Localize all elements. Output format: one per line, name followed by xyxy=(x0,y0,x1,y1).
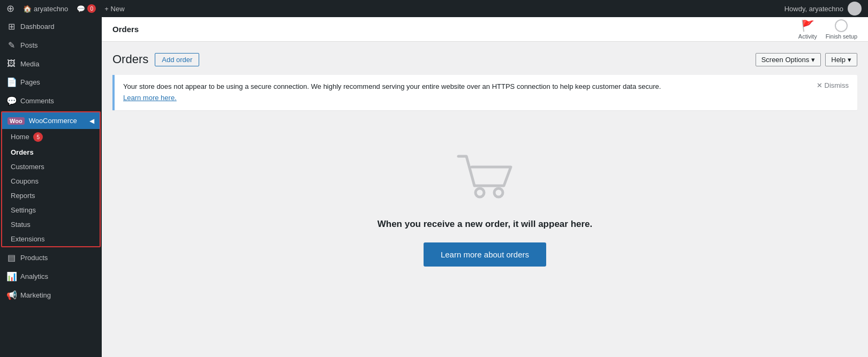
sidebar-item-label: Dashboard xyxy=(20,22,55,31)
sidebar-item-label: Media xyxy=(20,60,39,68)
home-icon: 🏠 xyxy=(23,5,32,13)
comments-sidebar-icon: 💬 xyxy=(6,96,16,106)
admin-bar: ⊕ 🏠 aryatechno 💬 0 + New Howdy, aryatech… xyxy=(0,0,868,17)
orders-label: Orders xyxy=(11,148,34,156)
finish-setup-icon xyxy=(835,19,848,32)
sidebar-item-products[interactable]: ▤ Products xyxy=(0,248,102,267)
dashboard-icon: ⊞ xyxy=(6,21,16,32)
customers-label: Customers xyxy=(11,163,44,171)
secondary-bar: Orders 🚩 Activity Finish setup xyxy=(102,17,868,42)
comments-link[interactable]: 💬 0 xyxy=(77,4,96,13)
main-content: Orders 🚩 Activity Finish setup Orders Ad… xyxy=(102,17,868,357)
woo-submenu-item-status[interactable]: Status xyxy=(2,217,100,232)
pages-icon: 📄 xyxy=(6,77,16,87)
woo-submenu-item-settings[interactable]: Settings xyxy=(2,203,100,217)
notice-text: Your store does not appear to be using a… xyxy=(123,81,661,104)
page-title: Orders xyxy=(112,52,148,66)
woocommerce-header[interactable]: Woo WooCommerce ◀ xyxy=(2,112,100,129)
woo-submenu-item-extensions[interactable]: Extensions xyxy=(2,232,100,246)
sidebar-item-marketing[interactable]: 📢 Marketing xyxy=(0,286,102,305)
learn-more-orders-button[interactable]: Learn more about orders xyxy=(424,242,546,267)
site-name-link[interactable]: 🏠 aryatechno xyxy=(23,5,68,13)
woo-logo: Woo xyxy=(7,117,25,125)
security-notice: Your store does not appear to be using a… xyxy=(112,75,857,110)
home-label: Home xyxy=(11,133,29,141)
sidebar-item-label: Pages xyxy=(20,78,40,86)
sidebar-item-label: Comments xyxy=(20,97,54,105)
chevron-down-icon: ▾ xyxy=(811,56,815,64)
page-area: Orders Add order Screen Options ▾ Help ▾ xyxy=(102,42,868,357)
help-label: Help xyxy=(831,56,846,64)
sidebar-item-analytics[interactable]: 📊 Analytics xyxy=(0,267,102,286)
home-badge: 5 xyxy=(33,132,43,142)
sidebar-item-label: Marketing xyxy=(20,291,51,299)
activity-icon: 🚩 xyxy=(801,19,814,32)
empty-state: When you receive a new order, it will ap… xyxy=(112,119,857,299)
settings-label: Settings xyxy=(11,206,36,214)
finish-setup-button[interactable]: Finish setup xyxy=(826,19,857,40)
sidebar-item-pages[interactable]: 📄 Pages xyxy=(0,73,102,92)
analytics-icon: 📊 xyxy=(6,271,16,282)
help-chevron-icon: ▾ xyxy=(848,56,851,64)
coupons-label: Coupons xyxy=(11,177,39,185)
chevron-left-icon: ◀ xyxy=(89,117,94,125)
new-content-link[interactable]: + New xyxy=(104,5,124,13)
add-order-button[interactable]: Add order xyxy=(155,53,199,66)
marketing-icon: 📢 xyxy=(6,290,16,300)
secondary-bar-title: Orders xyxy=(112,25,139,34)
woo-submenu-item-coupons[interactable]: Coupons xyxy=(2,174,100,188)
woocommerce-label: WooCommerce xyxy=(29,117,77,125)
finish-setup-label: Finish setup xyxy=(826,33,857,40)
avatar xyxy=(848,2,862,16)
empty-state-message: When you receive a new order, it will ap… xyxy=(378,219,593,230)
cart-icon-container xyxy=(453,151,517,206)
svg-point-0 xyxy=(475,188,484,197)
sidebar: ⊞ Dashboard ✎ Posts 🖼 Media 📄 Pages 💬 Co… xyxy=(0,17,102,357)
sidebar-item-label: Products xyxy=(20,254,48,262)
woo-submenu-item-orders[interactable]: Orders xyxy=(2,145,100,159)
new-label: + New xyxy=(104,5,124,13)
help-button[interactable]: Help ▾ xyxy=(825,53,857,66)
dismiss-button[interactable]: ✕ Dismiss xyxy=(817,81,849,89)
sidebar-item-label: Analytics xyxy=(20,272,48,280)
woocommerce-submenu: Home 5 Orders Customers Coupons Reports … xyxy=(2,129,100,246)
close-icon: ✕ xyxy=(817,81,822,89)
status-label: Status xyxy=(11,221,31,229)
svg-point-1 xyxy=(494,188,503,197)
shopping-cart-icon xyxy=(453,151,517,204)
sidebar-item-label: Posts xyxy=(20,41,38,49)
notice-learn-more-link[interactable]: Learn more here. xyxy=(123,94,177,102)
sidebar-item-media[interactable]: 🖼 Media xyxy=(0,55,102,73)
sidebar-item-comments[interactable]: 💬 Comments xyxy=(0,92,102,110)
activity-label: Activity xyxy=(798,33,817,40)
extensions-label: Extensions xyxy=(11,235,45,243)
woo-submenu-item-customers[interactable]: Customers xyxy=(2,159,100,174)
howdy-text: Howdy, aryatechno xyxy=(784,5,843,13)
page-header: Orders Add order Screen Options ▾ Help ▾ xyxy=(112,52,857,66)
wordpress-logo-icon: ⊕ xyxy=(6,3,14,14)
dismiss-label: Dismiss xyxy=(825,81,849,89)
media-icon: 🖼 xyxy=(6,59,16,69)
notice-message: Your store does not appear to be using a… xyxy=(123,82,661,90)
woo-submenu-item-home[interactable]: Home 5 xyxy=(2,129,100,145)
screen-options-button[interactable]: Screen Options ▾ xyxy=(756,53,821,66)
woocommerce-section: Woo WooCommerce ◀ Home 5 Orders Customer… xyxy=(1,111,101,247)
screen-options-label: Screen Options xyxy=(761,56,810,64)
products-icon: ▤ xyxy=(6,253,16,263)
sidebar-item-posts[interactable]: ✎ Posts xyxy=(0,36,102,55)
comments-count-badge: 0 xyxy=(87,4,96,13)
reports-label: Reports xyxy=(11,192,35,200)
activity-button[interactable]: 🚩 Activity xyxy=(798,19,817,40)
comment-icon: 💬 xyxy=(77,5,85,13)
woo-submenu-item-reports[interactable]: Reports xyxy=(2,188,100,203)
site-name: aryatechno xyxy=(34,5,68,13)
posts-icon: ✎ xyxy=(6,40,16,50)
sidebar-item-dashboard[interactable]: ⊞ Dashboard xyxy=(0,17,102,36)
